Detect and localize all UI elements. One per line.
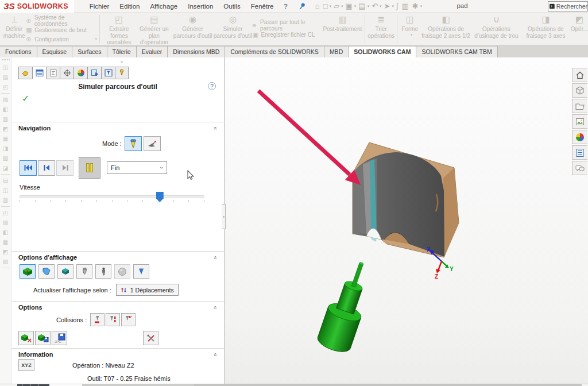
left-toolbar-icon[interactable]: ▧ (0, 153, 11, 163)
mode-turbo-button[interactable] (144, 136, 161, 151)
panel-splitter-handle[interactable] (222, 204, 226, 229)
ribbon-clipped-group[interactable]: ◩ Opér... (571, 13, 588, 45)
stock-display-button[interactable] (20, 264, 36, 279)
tab-cam-feature-tree[interactable] (87, 67, 101, 79)
appearances-scene-button[interactable] (572, 114, 587, 129)
ok-check-icon[interactable]: ✓ (22, 93, 29, 104)
file-properties-icon[interactable]: ▥ (400, 2, 411, 10)
panel-splitter-dot[interactable] (121, 61, 123, 63)
menu-fenetre[interactable]: Fenêtre (246, 1, 279, 11)
open-icon[interactable]: ▱ (332, 2, 341, 10)
collapse-icon[interactable]: » (212, 256, 219, 259)
tab-dimxpertmanager[interactable] (60, 67, 74, 79)
paperclip-icon[interactable]: ∫ (394, 2, 400, 10)
menu-fichier[interactable]: Fichier (84, 1, 115, 11)
navigation-header[interactable]: Navigation » (11, 122, 224, 133)
left-toolbar-icon[interactable]: ◰ (0, 208, 11, 218)
toolbar-grip-handle[interactable] (0, 57, 11, 63)
left-toolbar-icon[interactable]: ◫ (0, 186, 11, 195)
left-toolbar-icon[interactable]: ▤ (0, 176, 11, 186)
tab-complements[interactable]: Compléments de SOLIDWORKS (225, 46, 324, 57)
custom-properties-button[interactable] (572, 145, 587, 160)
step-back-button[interactable] (38, 160, 55, 176)
moves-button[interactable]: 1 Déplacements (116, 284, 179, 296)
tab-propertymanager[interactable] (32, 67, 46, 79)
tab-cam-operation-tree[interactable] (101, 67, 115, 79)
pause-button[interactable] (79, 157, 100, 179)
left-toolbar-icon[interactable]: ▨ (0, 218, 11, 227)
menu-insertion[interactable]: Insertion (183, 1, 218, 11)
design-library-button[interactable] (572, 99, 587, 113)
tab-configurationmanager[interactable] (46, 67, 60, 79)
options-header[interactable]: Options » (11, 302, 224, 312)
ribbon-post-process[interactable]: ▥ Post-traitement (322, 13, 362, 45)
left-toolbar-icon[interactable]: ◧ (0, 105, 11, 114)
chip-display-button[interactable] (133, 264, 149, 279)
ribbon-mill-25axis[interactable]: ◧ Opérations de fraisage 2 axes 1/2 (420, 13, 472, 45)
simulation-settings-button[interactable] (143, 331, 158, 345)
save-image-button[interactable]: JPG (52, 331, 67, 345)
left-toolbar-icon[interactable]: ◩ (0, 124, 11, 134)
slider-groove[interactable] (20, 195, 204, 198)
menu-edition[interactable]: Edition (114, 1, 145, 11)
left-toolbar-icon[interactable]: ◩ (0, 247, 11, 257)
ribbon-simulate-toolpath[interactable]: ◎ Simuler parcours d'outil (213, 13, 252, 45)
sphere-display-button[interactable] (114, 264, 130, 279)
tab-solidworks-cam-tbm[interactable]: SOLIDWORKS CAM TBM (416, 46, 497, 57)
ribbon-forme[interactable]: ◫ Forme ▾ (400, 13, 420, 45)
configuration-caret-icon[interactable]: ▾ (95, 37, 97, 41)
step-forward-button[interactable] (56, 160, 74, 176)
tab-evaluer[interactable]: Evaluer (137, 46, 168, 57)
options-gear-icon[interactable]: ✱ (411, 2, 420, 10)
home-icon[interactable]: ⌂ (314, 2, 322, 10)
tab-tolerie[interactable]: Tôlerie (107, 46, 137, 57)
pin-menubar-icon[interactable] (297, 2, 307, 11)
ribbon-extract-features[interactable]: ◰ Extraire formes usinables (102, 13, 136, 45)
left-toolbar-icon[interactable]: ▦ (0, 134, 11, 144)
ribbon-step-through[interactable]: ≡Passer par tout le parcours (253, 21, 323, 30)
tab-dimensions-mbd[interactable]: Dimensions MBD (168, 46, 225, 57)
left-toolbar-icon[interactable]: ▤ (0, 72, 11, 82)
tab-surfaces[interactable]: Surfaces (72, 46, 107, 57)
position-dropdown[interactable]: Fin › (107, 161, 167, 174)
left-toolbar-icon[interactable]: ▥ (0, 195, 11, 205)
select-icon[interactable]: ➤ (382, 2, 392, 10)
left-toolbar-icon[interactable]: ▨ (0, 95, 11, 105)
appearances-button[interactable] (572, 130, 587, 144)
collision-pause-button[interactable] (106, 313, 120, 326)
go-to-start-button[interactable] (20, 160, 37, 176)
tab-displaymanager[interactable] (74, 67, 87, 79)
ribbon-save-cl-file[interactable]: ▣Enregistrer fichier CL (253, 30, 323, 39)
tab-esquisse[interactable]: Esquisse (37, 46, 73, 57)
tab-cam-tools[interactable] (115, 67, 129, 79)
print-icon[interactable]: ▤ (357, 2, 367, 10)
ribbon-configuration[interactable]: ⊛Configuration▾ (26, 34, 97, 44)
collision-stop-button[interactable] (90, 313, 105, 326)
information-header[interactable]: Information » (11, 349, 224, 359)
ribbon-stock-manager[interactable]: ▦Gestionnaire de brut (26, 25, 97, 34)
ribbon-generate-plan[interactable]: ▤ Générer un plan d'opération (136, 13, 172, 45)
left-toolbar-icon[interactable]: ◧ (0, 227, 11, 237)
left-toolbar-icon[interactable]: ▦ (0, 237, 11, 247)
target-display-button[interactable] (38, 264, 55, 279)
left-toolbar-icon[interactable]: ◨ (0, 144, 11, 153)
machined-part[interactable] (353, 152, 444, 257)
forum-button[interactable] (572, 161, 587, 175)
ribbon-mill-3axis[interactable]: ◨ Opérations de fraisage 3 axes (521, 13, 570, 45)
undo-icon[interactable]: ↶ (370, 2, 380, 10)
ribbon-define-machine[interactable]: ⊥ Définir machine (2, 13, 26, 45)
ribbon-generate-toolpath[interactable]: ◉ Générer parcours d'outil (172, 13, 214, 45)
ribbon-hole-machining[interactable]: ∪ Opérations d'usinage de trou (471, 13, 521, 45)
left-toolbar-icon[interactable]: ▧ (0, 257, 11, 267)
tab-fonctions[interactable]: Fonctions (0, 46, 37, 57)
left-toolbar-icon[interactable]: ▥ (0, 114, 11, 124)
left-toolbar-icon[interactable]: ◪ (0, 163, 11, 173)
ribbon-coordinate-system[interactable]: ⊕Système de coordonnées (26, 16, 97, 25)
menu-affichage[interactable]: Affichage (145, 1, 183, 11)
tab-mbd[interactable]: MBD (324, 46, 349, 57)
ribbon-sort-operations[interactable]: ≣ Trier opérations (368, 13, 394, 45)
xyz-button[interactable]: XYZ (18, 359, 34, 371)
tab-featuremanager[interactable] (18, 67, 32, 79)
resources-button[interactable] (572, 83, 587, 98)
help-icon[interactable]: ? (208, 82, 216, 90)
